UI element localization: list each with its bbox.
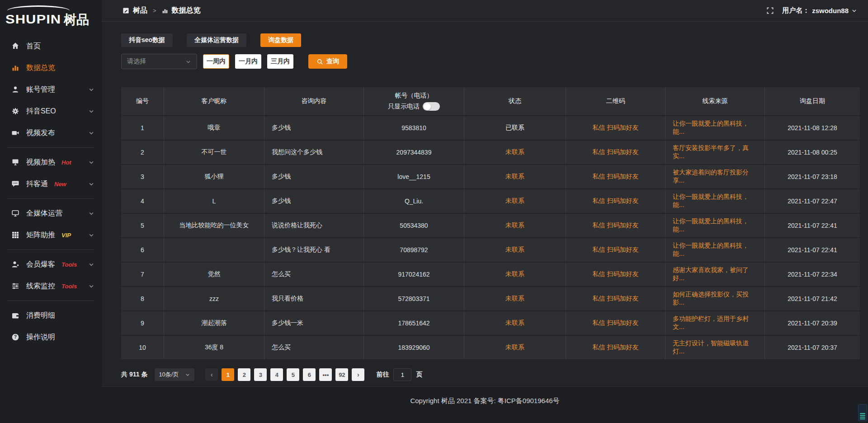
sidebar-item-douyin-seo[interactable]: 抖音SEO bbox=[0, 101, 102, 122]
cell-source-link[interactable]: 多功能护栏灯，适用于乡村文... bbox=[665, 311, 765, 335]
sidebar-item-lead-monitoring[interactable]: 线索监控 Tools bbox=[0, 276, 102, 296]
table-row: 4 L 多少钱 Q_Liu. 未联系 私信 扫码加好友 让你一眼就爱上的黑科技，… bbox=[121, 189, 860, 214]
sidebar-item-label: 视频发布 bbox=[26, 128, 55, 138]
cell-account: 9583810 bbox=[364, 116, 464, 140]
sidebar-item-instructions[interactable]: ? 操作说明 bbox=[0, 327, 102, 348]
cell-source-link[interactable]: 让你一眼就爱上的黑科技，能... bbox=[665, 189, 765, 213]
cell-date: 2021-11-08 00:25 bbox=[765, 141, 860, 164]
page-size-select[interactable]: 10条/页 bbox=[155, 368, 194, 381]
cell-source-link[interactable]: 客厅安装投影半年多了，真实... bbox=[665, 141, 765, 164]
sidebar-item-member-baoke[interactable]: 会员爆客 Tools bbox=[0, 254, 102, 275]
cell-qrcode-link[interactable]: 私信 扫码加好友 bbox=[566, 238, 665, 262]
sidebar-item-video-publish[interactable]: 视频发布 bbox=[0, 122, 102, 143]
page-button[interactable]: 6 bbox=[303, 368, 316, 381]
cell-date: 2021-11-07 20:37 bbox=[765, 336, 860, 359]
cell-source-link[interactable]: 如何正确选择投影仪，买投影... bbox=[665, 287, 765, 310]
col-header-qrcode: 二维码 bbox=[566, 87, 665, 115]
sidebar-item-video-heating[interactable]: 视频加热 Hot bbox=[0, 152, 102, 173]
cell-account: 70898792 bbox=[364, 238, 464, 262]
cell-account: Q_Liu. bbox=[364, 189, 464, 213]
phone-only-toggle[interactable] bbox=[423, 102, 440, 111]
sidebar-item-douketong[interactable]: 抖客通 New bbox=[0, 174, 102, 194]
bar-chart-icon bbox=[11, 63, 20, 72]
data-tab[interactable]: 抖音seo数据 bbox=[121, 33, 173, 47]
sidebar-item-account-management[interactable]: 账号管理 bbox=[0, 79, 102, 100]
cell-qrcode-link[interactable]: 私信 扫码加好友 bbox=[566, 116, 665, 140]
data-tab[interactable]: 全媒体运营数据 bbox=[187, 33, 246, 47]
cell-qrcode-link[interactable]: 私信 扫码加好友 bbox=[566, 263, 665, 286]
cell-nickname: 狐小狸 bbox=[164, 165, 264, 188]
chevron-down-icon bbox=[88, 261, 94, 268]
data-tab[interactable]: 询盘数据 bbox=[260, 33, 301, 47]
cell-source-link[interactable]: 感谢大家喜欢我家，被问了好... bbox=[665, 263, 765, 286]
range-button[interactable]: 三月内 bbox=[267, 54, 293, 69]
range-buttons: 一周内 一月内 三月内 bbox=[203, 54, 299, 69]
fullscreen-icon[interactable] bbox=[766, 7, 774, 14]
page-button[interactable]: 3 bbox=[254, 368, 267, 381]
cell-content: 说说价格让我死心 bbox=[264, 214, 364, 237]
member-icon bbox=[11, 260, 20, 269]
query-button[interactable]: 查询 bbox=[308, 54, 347, 69]
cell-content: 多少钱 bbox=[264, 116, 364, 140]
page-buttons: 1 2 3 4 5 6 ••• 92 bbox=[222, 368, 352, 381]
cell-source-link[interactable]: 被大家追着问的客厅投影分享... bbox=[665, 165, 765, 188]
cell-source-link[interactable]: 让你一眼就爱上的黑科技，能... bbox=[665, 116, 765, 140]
new-badge: New bbox=[54, 181, 66, 188]
filter-select[interactable]: 请选择 bbox=[121, 54, 197, 69]
sidebar-item-label: 线索监控 bbox=[26, 282, 55, 291]
cell-qrcode-link[interactable]: 私信 扫码加好友 bbox=[566, 189, 665, 213]
cell-status: 未联系 bbox=[464, 189, 566, 213]
cell-content: 我只看价格 bbox=[264, 287, 364, 310]
cell-status: 未联系 bbox=[464, 165, 566, 188]
sidebar-item-home[interactable]: 首页 bbox=[0, 36, 102, 56]
user-menu[interactable]: 用户名：zswodun88 bbox=[782, 6, 857, 15]
inquiry-table: 编号 客户昵称 咨询内容 帐号（电话） 只显示电话 状态 二维码 线索来源 询盘… bbox=[121, 87, 860, 360]
divider bbox=[7, 249, 94, 250]
page-button[interactable]: 92 bbox=[335, 368, 348, 381]
sidebar-item-data-overview[interactable]: 数据总览 bbox=[0, 57, 102, 78]
cell-source-link[interactable]: 让你一眼就爱上的黑科技，能... bbox=[665, 214, 765, 237]
range-button[interactable]: 一月内 bbox=[235, 54, 261, 69]
page-button[interactable]: 2 bbox=[238, 368, 250, 381]
wallet-icon bbox=[11, 311, 20, 320]
table-body: 1 哦章 多少钱 9583810 已联系 私信 扫码加好友 让你一眼就爱上的黑科… bbox=[121, 116, 860, 360]
prev-page-button[interactable]: ‹ bbox=[205, 368, 218, 381]
next-page-button[interactable]: › bbox=[352, 368, 364, 381]
page-button[interactable]: 1 bbox=[222, 368, 234, 381]
jump-page-input[interactable] bbox=[393, 368, 411, 381]
breadcrumb-chart-icon bbox=[162, 8, 168, 14]
cell-account: 2097344839 bbox=[364, 141, 464, 164]
sidebar-item-omnimedia-operation[interactable]: 全媒体运营 bbox=[0, 203, 102, 224]
cell-nickname: 36度 8 bbox=[164, 336, 264, 359]
logo: SHUPIN 树品 bbox=[0, 3, 102, 35]
vip-badge: VIP bbox=[61, 232, 71, 239]
sidebar-item-label: 全媒体运营 bbox=[26, 209, 62, 218]
cell-account: love__1215 bbox=[364, 165, 464, 188]
chevron-down-icon bbox=[88, 86, 94, 93]
page-button[interactable]: ••• bbox=[319, 368, 332, 381]
cell-nickname: 潮起潮落 bbox=[164, 311, 264, 335]
cell-source-link[interactable]: 无主灯设计，智能磁吸轨道灯... bbox=[665, 336, 765, 359]
page-button[interactable]: 5 bbox=[287, 368, 299, 381]
col-header-date: 询盘日期 bbox=[765, 87, 860, 115]
breadcrumb-root[interactable]: 树品 bbox=[133, 6, 147, 15]
cell-qrcode-link[interactable]: 私信 扫码加好友 bbox=[566, 214, 665, 237]
cell-qrcode-link[interactable]: 私信 扫码加好友 bbox=[566, 336, 665, 359]
cell-source-link[interactable]: 让你一眼就爱上的黑科技，能... bbox=[665, 238, 765, 262]
logo-text-cn: 树品 bbox=[64, 11, 89, 28]
cell-date: 2021-11-07 22:47 bbox=[765, 189, 860, 213]
cell-qrcode-link[interactable]: 私信 扫码加好友 bbox=[566, 165, 665, 188]
page-button[interactable]: 4 bbox=[270, 368, 283, 381]
user-icon bbox=[11, 85, 20, 94]
breadcrumb-current[interactable]: 数据总览 bbox=[172, 6, 201, 15]
col-header-status: 状态 bbox=[464, 87, 566, 115]
cell-qrcode-link[interactable]: 私信 扫码加好友 bbox=[566, 287, 665, 310]
chevron-down-icon bbox=[88, 159, 94, 165]
cell-qrcode-link[interactable]: 私信 扫码加好友 bbox=[566, 141, 665, 164]
cell-qrcode-link[interactable]: 私信 扫码加好友 bbox=[566, 311, 665, 335]
cell-status: 未联系 bbox=[464, 238, 566, 262]
sidebar-item-matrix-boost[interactable]: 矩阵助推 VIP bbox=[0, 225, 102, 245]
sidebar-item-consumption-detail[interactable]: 消费明细 bbox=[0, 305, 102, 326]
range-button[interactable]: 一周内 bbox=[203, 54, 229, 69]
chevron-down-icon bbox=[88, 210, 94, 216]
